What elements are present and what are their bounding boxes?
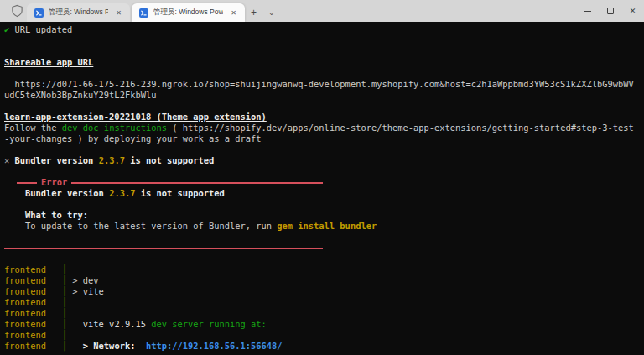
terminal-text: > Network: xyxy=(67,341,135,351)
terminal-text: To update to the latest version of Bundl… xyxy=(4,221,277,231)
tab-title: 管理员: Windows PowerShell xyxy=(153,8,223,18)
close-button[interactable]: ✕ xyxy=(621,0,644,22)
error-banner-label: Error xyxy=(41,177,67,188)
maximize-button[interactable] xyxy=(599,0,621,22)
terminal-line xyxy=(4,46,644,57)
terminal-text: Shareable app URL xyxy=(4,57,93,67)
terminal-text: https://d071-66-175-216-239.ngrok.io?sho… xyxy=(4,79,634,89)
terminal-text: What to try: xyxy=(4,210,88,220)
tab-close-button[interactable]: ✕ xyxy=(228,8,239,18)
terminal-text: http://192.168.56.1:56648/ xyxy=(135,341,282,351)
terminal-text: dev server running at: xyxy=(146,319,267,329)
terminal-line: -your-changes ) by deploying your work a… xyxy=(4,133,644,144)
error-rule-right xyxy=(71,182,323,184)
terminal-line: frontend │ > dev xyxy=(4,275,644,286)
terminal-line xyxy=(4,101,644,112)
admin-shield-icon xyxy=(11,4,23,18)
terminal-text: 2.3.7 xyxy=(99,155,125,165)
terminal-text: is not supported xyxy=(125,155,214,165)
terminal-text: frontend │ xyxy=(4,319,67,329)
terminal-text: > vite xyxy=(67,286,104,296)
terminal-text: Bundler version xyxy=(4,188,109,198)
terminal-text: dev doc instructions xyxy=(62,123,167,133)
terminal-text: > dev xyxy=(67,275,99,285)
new-tab-button[interactable]: + xyxy=(245,3,262,22)
error-rule-left xyxy=(17,182,37,184)
terminal-text: udC5teXNob3BpZnkuY29tL2FkbWlu xyxy=(4,90,156,100)
terminal-text: frontend │ xyxy=(4,286,67,296)
terminal-text: frontend │ xyxy=(4,297,67,307)
tab-close-button[interactable]: ✕ xyxy=(113,8,124,18)
terminal-line: ✕ Bundler version 2.3.7 is not supported xyxy=(4,155,644,166)
terminal-line: frontend │ vite v2.9.15 dev server runni… xyxy=(4,319,644,330)
terminal-line: What to try: xyxy=(4,210,644,221)
terminal-line: Bundler version 2.3.7 is not supported xyxy=(4,188,644,199)
terminal-line xyxy=(4,144,644,155)
terminal-text: gem install bundler xyxy=(277,221,377,231)
terminal-line: frontend │ > Network: http://192.168.56.… xyxy=(4,341,644,352)
terminal-text: -your-changes ) by deploying your work a… xyxy=(4,133,262,144)
terminal-text: Bundler version xyxy=(9,155,98,165)
terminal-text: frontend │ xyxy=(4,275,67,285)
window-titlebar: 管理员: Windows PowerShell ✕ 管理员: Windows P… xyxy=(0,0,644,22)
terminal-text: ( https://shopify.dev/apps/online-store/… xyxy=(167,123,634,133)
powershell-icon xyxy=(139,8,148,18)
terminal-text: is not supported xyxy=(135,188,224,198)
terminal-line: Error xyxy=(17,177,323,188)
terminal-text: frontend │ xyxy=(4,308,67,318)
terminal-line: learn-app-extension-20221018 (Theme app … xyxy=(4,112,644,123)
terminal-line xyxy=(4,68,644,79)
error-rule xyxy=(4,248,323,249)
terminal-text: learn-app-extension-20221018 (Theme app … xyxy=(4,112,267,122)
terminal-text: frontend │ xyxy=(4,330,67,340)
terminal-line: Shareable app URL xyxy=(4,57,644,68)
terminal-line: Follow the dev doc instructions ( https:… xyxy=(4,123,644,133)
terminal-line: ✔ URL updated xyxy=(4,24,644,35)
tab-title: 管理员: Windows PowerShell xyxy=(49,8,108,18)
terminal-line xyxy=(4,253,644,264)
terminal-line: frontend │ xyxy=(4,330,644,341)
terminal-line: To update to the latest version of Bundl… xyxy=(4,221,644,232)
terminal-line: https://d071-66-175-216-239.ngrok.io?sho… xyxy=(4,79,644,90)
terminal-screen[interactable]: ✔ URL updatedShareable app URL https://d… xyxy=(0,22,644,355)
powershell-icon xyxy=(34,8,44,18)
tab-powershell-2[interactable]: 管理员: Windows PowerShell ✕ xyxy=(132,3,245,22)
terminal-text: 2.3.7 xyxy=(109,188,135,198)
terminal-text: frontend │ xyxy=(4,264,67,274)
terminal-line xyxy=(4,35,644,46)
tab-dropdown-button[interactable]: ⌄ xyxy=(262,3,281,22)
terminal-line: frontend │ xyxy=(4,308,644,319)
terminal-text: vite v2.9.15 xyxy=(67,319,146,329)
minimize-button[interactable] xyxy=(576,0,599,22)
terminal-line xyxy=(4,166,644,177)
maximize-icon xyxy=(607,8,614,14)
window-controls: ✕ xyxy=(576,0,644,22)
terminal-text: Follow the xyxy=(4,123,62,133)
terminal-line xyxy=(4,232,644,243)
terminal-line xyxy=(4,199,644,210)
tab-powershell-1[interactable]: 管理员: Windows PowerShell ✕ xyxy=(27,3,130,22)
terminal-line xyxy=(4,243,644,253)
minimize-icon xyxy=(584,11,591,12)
terminal-text: frontend │ xyxy=(4,341,67,351)
terminal-line: udC5teXNob3BpZnkuY29tL2FkbWlu xyxy=(4,90,644,101)
terminal-line: frontend │ xyxy=(4,264,644,275)
terminal-text: URL updated xyxy=(9,24,72,34)
terminal-line: frontend │ > vite xyxy=(4,286,644,297)
terminal-line: frontend │ xyxy=(4,297,644,308)
